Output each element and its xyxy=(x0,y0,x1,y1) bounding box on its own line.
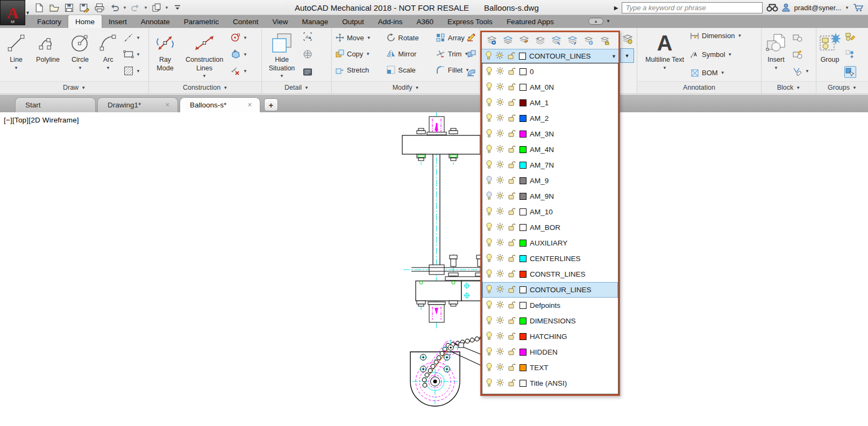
panel-label-draw[interactable]: Draw▼ xyxy=(0,81,148,93)
layer-color-swatch[interactable] xyxy=(520,208,527,215)
signed-in-user[interactable]: pradit@syner... xyxy=(794,4,841,12)
circle-button[interactable]: Circle ▼ xyxy=(65,30,96,81)
unlock-icon[interactable] xyxy=(508,254,516,264)
layer-properties-icon[interactable] xyxy=(486,35,497,46)
layer-color-swatch[interactable] xyxy=(520,84,527,91)
sun-thaw-icon[interactable] xyxy=(496,222,504,233)
centerline-icon[interactable] xyxy=(123,32,134,44)
unlock-icon[interactable] xyxy=(508,98,516,108)
unlock-icon[interactable] xyxy=(508,348,516,357)
bulb-icon[interactable] xyxy=(486,113,493,124)
unlock-icon[interactable] xyxy=(508,379,516,388)
sun-thaw-icon[interactable] xyxy=(496,347,504,357)
layer-row[interactable]: AM_9N xyxy=(482,189,618,204)
user-avatar-icon[interactable] xyxy=(782,3,790,12)
bulb-icon[interactable] xyxy=(486,67,493,77)
layer-row[interactable]: Defpoints xyxy=(482,298,618,313)
sun-thaw-icon[interactable] xyxy=(496,254,504,264)
panel-label-modify[interactable]: Modify▼ xyxy=(332,81,480,93)
bulb-on-icon[interactable] xyxy=(485,51,492,61)
unlock-icon[interactable] xyxy=(508,161,516,170)
explode-icon[interactable] xyxy=(466,48,478,60)
layer-row[interactable]: HIDDEN xyxy=(482,344,618,360)
unlock-icon[interactable] xyxy=(508,363,516,373)
unlock-icon[interactable] xyxy=(508,239,516,248)
ribbon-tab[interactable]: Parametric xyxy=(177,15,226,28)
line-button[interactable]: Line ▼ xyxy=(1,30,31,81)
ribbon-tab[interactable]: Content xyxy=(226,15,265,28)
unlock-icon[interactable] xyxy=(508,207,516,217)
layer-row[interactable]: AM_2 xyxy=(482,111,618,126)
ribbon-collapse-button[interactable]: ▲ xyxy=(588,18,603,25)
new-drawing-tab-button[interactable]: + xyxy=(264,98,278,111)
scale-button[interactable]: Scale ▼ xyxy=(385,62,431,78)
layer-unisolate-icon[interactable] xyxy=(567,35,578,46)
layer-freeze-icon[interactable] xyxy=(583,35,594,46)
undo-button[interactable] xyxy=(108,2,121,14)
bulb-icon[interactable] xyxy=(486,98,493,108)
sun-thaw-icon[interactable] xyxy=(496,160,504,170)
unlock-icon[interactable] xyxy=(508,129,516,139)
file-tab[interactable]: Start ✕ xyxy=(15,97,96,112)
ribbon-tab[interactable]: Add-ins xyxy=(371,15,410,28)
sun-thaw-icon[interactable] xyxy=(496,378,504,388)
layer-color-swatch[interactable] xyxy=(520,349,527,356)
sun-thaw-icon[interactable] xyxy=(496,269,504,279)
unlock-icon[interactable] xyxy=(508,145,516,155)
bulb-icon[interactable] xyxy=(486,269,493,279)
bulb-icon[interactable] xyxy=(486,160,493,170)
ribbon-tab[interactable]: Output xyxy=(335,15,371,28)
layer-color-swatch[interactable] xyxy=(520,131,527,138)
sheet-set-caret-icon[interactable]: ▼ xyxy=(165,5,169,10)
sun-thaw-icon[interactable] xyxy=(496,82,504,92)
layer-color-swatch[interactable] xyxy=(519,53,526,60)
layer-color-swatch[interactable] xyxy=(520,302,527,309)
sun-thaw-icon[interactable] xyxy=(496,176,504,186)
ribbon-tab[interactable]: Factory xyxy=(30,15,68,28)
ray-mode-button[interactable]: Ray Mode xyxy=(150,30,180,81)
sun-thaw-icon[interactable] xyxy=(496,300,504,311)
unlock-icon[interactable] xyxy=(508,270,516,279)
layer-color-swatch[interactable] xyxy=(520,177,527,184)
plot-button[interactable] xyxy=(93,2,106,14)
layer-color-swatch[interactable] xyxy=(520,162,527,169)
bulb-icon[interactable] xyxy=(486,347,493,357)
bulb-icon[interactable] xyxy=(486,254,493,264)
layer-color-swatch[interactable] xyxy=(520,115,527,122)
move-button[interactable]: Move ▼ xyxy=(334,30,382,46)
ribbon-tab[interactable]: Express Tools xyxy=(440,15,500,28)
close-tab-icon[interactable]: ✕ xyxy=(247,102,252,109)
layer-color-swatch[interactable] xyxy=(520,271,527,278)
erase-icon[interactable] xyxy=(466,31,478,42)
ribbon-tab[interactable]: Home xyxy=(68,15,102,28)
close-tab-icon[interactable]: ✕ xyxy=(165,102,170,109)
symbol-button[interactable]: Symbol ▼ xyxy=(689,50,743,59)
sun-thaw-icon[interactable] xyxy=(496,316,504,326)
layer-color-swatch[interactable] xyxy=(520,286,527,293)
group-button[interactable]: Group xyxy=(817,30,842,81)
detail-section-icon[interactable] xyxy=(302,66,314,78)
new-file-button[interactable] xyxy=(32,2,46,14)
unlock-icon[interactable] xyxy=(507,52,516,61)
combo-caret-icon[interactable]: ▼ xyxy=(611,54,616,59)
sun-thaw-icon[interactable] xyxy=(496,207,504,217)
layer-lock-fade-icon[interactable] xyxy=(622,33,634,45)
panel-label-annotation[interactable]: Annotation xyxy=(637,81,761,93)
layer-row[interactable]: 0 xyxy=(482,64,618,80)
layer-color-swatch[interactable] xyxy=(520,193,527,200)
ribbon-tab[interactable]: Annotate xyxy=(134,15,177,28)
layer-previous-icon[interactable] xyxy=(535,35,545,46)
drawing-canvas[interactable]: [−][Top][2D Wireframe] xyxy=(0,112,868,426)
sun-thaw-icon[interactable] xyxy=(496,191,504,201)
ribbon-tab[interactable]: View xyxy=(265,15,295,28)
create-block-icon[interactable] xyxy=(792,32,803,44)
sun-thaw-icon[interactable] xyxy=(496,331,504,342)
application-menu-button[interactable]: A M ▼ xyxy=(0,0,25,25)
layer-color-swatch[interactable] xyxy=(520,364,527,371)
sun-thaw-icon[interactable] xyxy=(496,145,504,155)
redo-button[interactable] xyxy=(129,2,142,14)
insert-button[interactable]: Insert ▼ xyxy=(763,30,789,81)
unlock-icon[interactable] xyxy=(508,176,516,186)
unlock-icon[interactable] xyxy=(508,83,516,92)
layer-row[interactable]: AM_9 xyxy=(482,173,618,189)
